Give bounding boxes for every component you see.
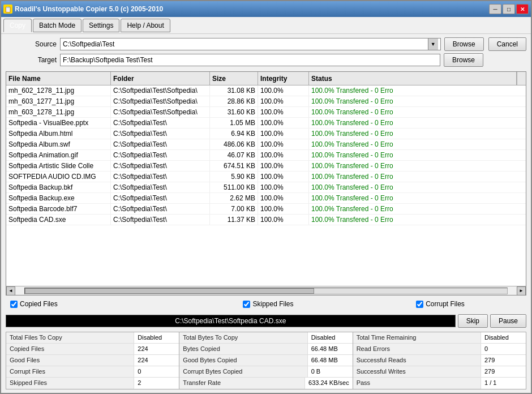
table-row[interactable]: Softpedia Artistic Slide Colle C:\Softpe… [6, 161, 526, 172]
cell-filename: SOFTPEDIA AUDIO CD.IMG [6, 172, 111, 182]
stats-label: Pass [353, 378, 480, 389]
cell-size: 6.94 KB [210, 129, 258, 139]
stats-value: 633.24 KB/sec [304, 378, 353, 389]
copied-files-checkbox[interactable] [10, 301, 18, 308]
stats-label: Total Files To Copy [6, 332, 134, 343]
cell-integrity: 100.0% [258, 139, 309, 149]
cell-status: 100.0% Transfered - 0 Erro [309, 107, 526, 117]
source-target-section: Source ▼ Browse Cancel Target Browse [6, 37, 526, 67]
table-row[interactable]: Softpedia Animation.gif C:\Softpedia\Tes… [6, 150, 526, 161]
scroll-right-button[interactable]: ► [517, 286, 526, 296]
scroll-track[interactable] [24, 288, 508, 294]
cell-status: 100.0% Transfered - 0 Erro [309, 182, 526, 192]
cell-size: 511.00 KB [210, 182, 258, 192]
stats-value: 66.48 MB [307, 344, 353, 354]
cell-folder: C:\Softpedia\Test\ [111, 150, 210, 160]
skipped-files-label: Skipped Files [252, 300, 293, 308]
stats-value: 224 [134, 344, 179, 354]
corrupt-files-checkbox[interactable] [416, 301, 423, 308]
close-button[interactable]: ✕ [516, 4, 529, 14]
source-combo[interactable]: ▼ [60, 38, 441, 50]
stats-label: Successful Writes [353, 366, 480, 377]
window-title: Roadil's Unstoppable Copier 5.0 (c) 2005… [15, 5, 163, 13]
stats-row: Good Bytes Copied 66.48 MB [179, 355, 352, 366]
stats-row: Pass 1 / 1 [353, 378, 526, 389]
corrupt-files-label: Corrupt Files [426, 300, 465, 308]
cell-folder: C:\Softpedia\Test\ [111, 172, 210, 182]
copied-files-filter: Copied Files [6, 300, 182, 308]
stats-row: Bytes Copied 66.48 MB [179, 344, 352, 355]
minimize-button[interactable]: ─ [489, 4, 501, 14]
cell-status: 100.0% Transfered - 0 Erro [309, 161, 526, 171]
table-row[interactable]: mh_603_1278_11.jpg C:\Softpedia\Test\Sof… [6, 107, 526, 118]
tab-help-about[interactable]: Help / About [121, 19, 170, 32]
stats-label: Corrupt Bytes Copied [179, 366, 307, 377]
table-row[interactable]: Softpedia Album.html C:\Softpedia\Test\ … [6, 129, 526, 139]
cell-status: 100.0% Transfered - 0 Erro [309, 85, 526, 96]
table-row[interactable]: mh_603_1277_11.jpg C:\Softpedia\Test\Sof… [6, 96, 526, 107]
cell-integrity: 100.0% [258, 182, 309, 192]
cell-status: 100.0% Transfered - 0 Erro [309, 150, 526, 160]
table-row[interactable]: Softpedia - VisualBee.pptx C:\Softpedia\… [6, 118, 526, 129]
cell-size: 11.37 KB [210, 215, 258, 225]
file-list-body: mh_602_1278_11.jpg C:\Softpedia\Test\Sof… [6, 85, 526, 286]
table-row[interactable]: Softpedia Barcode.blf7 C:\Softpedia\Test… [6, 204, 526, 215]
stats-row: Skipped Files 2 [6, 378, 179, 389]
source-dropdown-arrow[interactable]: ▼ [428, 38, 438, 50]
source-input[interactable] [63, 40, 428, 48]
cell-size: 674.51 KB [210, 161, 258, 171]
stats-row: Good Files 224 [6, 355, 179, 366]
tab-batch-mode[interactable]: Batch Mode [33, 19, 81, 32]
cancel-button[interactable]: Cancel [488, 37, 526, 51]
stats-value: 224 [134, 355, 179, 366]
col-header-integrity: Integrity [258, 72, 309, 85]
maximize-button[interactable]: □ [503, 4, 515, 14]
cell-folder: C:\Softpedia\Test\Softpedia\ [111, 107, 210, 117]
progress-section: C:\Softpedia\Test\Softpedia CAD.sxe Skip… [6, 312, 526, 329]
skipped-files-checkbox[interactable] [243, 301, 250, 308]
tab-settings[interactable]: Settings [83, 19, 119, 32]
skipped-files-filter: Skipped Files [182, 300, 354, 308]
source-browse-button[interactable]: Browse [444, 37, 484, 51]
cell-size: 1.05 MB [210, 118, 258, 128]
stats-row: Transfer Rate 633.24 KB/sec [179, 378, 352, 389]
horizontal-scrollbar[interactable]: ◄ ► [6, 286, 526, 295]
cell-size: 7.00 KB [210, 204, 258, 214]
scroll-left-button[interactable]: ◄ [6, 286, 15, 296]
stats-value: 279 [480, 355, 526, 366]
cell-folder: C:\Softpedia\Test\ [111, 193, 210, 203]
table-row[interactable]: Softpedia CAD.sxe C:\Softpedia\Test\ 11.… [6, 215, 526, 225]
cell-status: 100.0% Transfered - 0 Erro [309, 129, 526, 139]
stats-label: Good Files [6, 355, 134, 366]
table-row[interactable]: mh_602_1278_11.jpg C:\Softpedia\Test\Sof… [6, 85, 526, 96]
cell-status: 100.0% Transfered - 0 Erro [309, 215, 526, 225]
stats-row: Total Time Remaining Disabled [353, 332, 526, 344]
stats-label: Good Bytes Copied [179, 355, 307, 366]
source-label: Source [6, 40, 57, 48]
stats-label: Corrupt Files [6, 366, 134, 377]
target-input[interactable] [60, 54, 440, 66]
cell-integrity: 100.0% [258, 118, 309, 128]
cell-filename: Softpedia Album.html [6, 129, 111, 139]
cell-size: 5.90 KB [210, 172, 258, 182]
skip-button[interactable]: Skip [458, 314, 488, 328]
pause-button[interactable]: Pause [490, 314, 526, 328]
cell-integrity: 100.0% [258, 107, 309, 117]
cell-size: 31.08 KB [210, 85, 258, 96]
stats-row: Total Bytes To Copy Disabled [179, 332, 352, 344]
stats-label: Bytes Copied [179, 344, 307, 354]
cell-integrity: 100.0% [258, 172, 309, 182]
stats-col-2: Total Bytes To Copy Disabled Bytes Copie… [179, 332, 353, 389]
target-browse-button[interactable]: Browse [444, 53, 483, 67]
table-row[interactable]: Softpedia Album.swf C:\Softpedia\Test\ 4… [6, 139, 526, 150]
tab-copy[interactable]: Copy [3, 19, 32, 32]
stats-label: Successful Reads [353, 355, 480, 366]
cell-folder: C:\Softpedia\Test\ [111, 204, 210, 214]
title-bar-left: 📋 Roadil's Unstoppable Copier 5.0 (c) 20… [3, 5, 163, 14]
table-row[interactable]: SOFTPEDIA AUDIO CD.IMG C:\Softpedia\Test… [6, 172, 526, 182]
stats-section: Total Files To Copy Disabled Copied File… [6, 332, 526, 389]
table-row[interactable]: Softpedia Backup.exe C:\Softpedia\Test\ … [6, 193, 526, 204]
cell-folder: C:\Softpedia\Test\ [111, 118, 210, 128]
table-row[interactable]: Softpedia Backup.bkf C:\Softpedia\Test\ … [6, 182, 526, 193]
stats-value: Disabled [307, 332, 353, 343]
